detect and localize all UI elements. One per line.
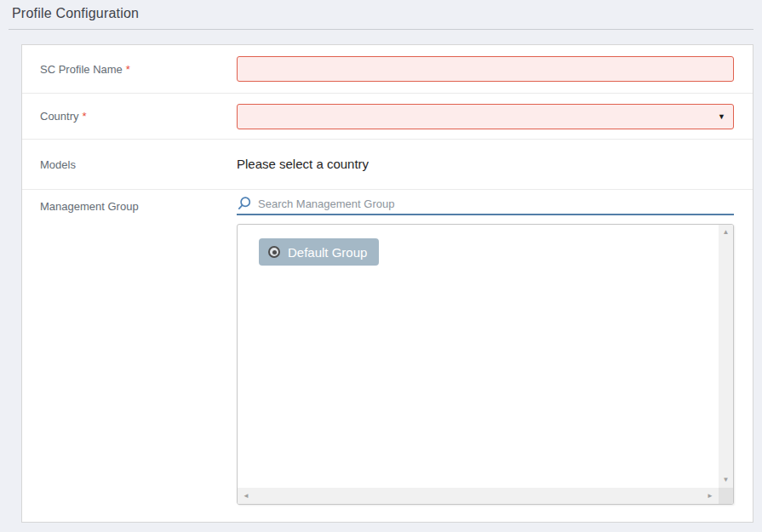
- models-control: Please select a country: [237, 157, 753, 172]
- profile-configuration-panel: SC Profile Name* Country* ▼ Models Pleas…: [21, 44, 753, 523]
- country-label-text: Country: [40, 110, 79, 123]
- management-group-label-text: Management Group: [40, 200, 139, 213]
- scroll-left-icon[interactable]: ◄: [243, 493, 249, 500]
- group-item-label: Default Group: [288, 245, 367, 260]
- country-row: Country* ▼: [22, 94, 753, 140]
- horizontal-scrollbar[interactable]: ◄ ►: [238, 488, 719, 504]
- sc-profile-name-control: [237, 56, 753, 82]
- search-icon: [237, 196, 252, 211]
- sc-profile-name-label-text: SC Profile Name: [40, 63, 123, 76]
- search-input[interactable]: [258, 197, 734, 210]
- sc-profile-name-label: SC Profile Name*: [22, 63, 237, 76]
- management-group-row: Management Group Default Group ▲: [22, 190, 753, 520]
- sc-profile-name-row: SC Profile Name*: [22, 45, 753, 94]
- required-asterisk: *: [83, 110, 87, 123]
- country-label: Country*: [22, 110, 237, 123]
- header-divider: [9, 29, 753, 30]
- models-message: Please select a country: [237, 157, 369, 171]
- page-header: Profile Configuration: [0, 0, 762, 21]
- country-select[interactable]: ▼: [237, 104, 753, 129]
- scroll-up-icon[interactable]: ▲: [723, 229, 730, 236]
- models-label: Models: [22, 158, 237, 171]
- scroll-right-icon[interactable]: ►: [707, 493, 713, 500]
- management-group-label: Management Group: [22, 190, 237, 213]
- management-group-listbox[interactable]: Default Group ▲ ▼ ◄ ►: [237, 224, 734, 505]
- sc-profile-name-input[interactable]: [237, 56, 734, 82]
- radio-selected-icon: [268, 246, 280, 258]
- group-item-default-group[interactable]: Default Group: [259, 238, 379, 266]
- scroll-down-icon[interactable]: ▼: [723, 477, 730, 483]
- management-group-control: Default Group ▲ ▼ ◄ ►: [237, 190, 753, 505]
- models-row: Models Please select a country: [22, 140, 753, 190]
- page-title: Profile Configuration: [12, 6, 762, 21]
- management-group-search: [237, 196, 734, 215]
- country-select-field[interactable]: [237, 104, 734, 129]
- scrollbar-corner: [719, 488, 733, 504]
- required-asterisk: *: [126, 63, 130, 76]
- models-label-text: Models: [40, 158, 76, 171]
- vertical-scrollbar[interactable]: ▲ ▼: [719, 225, 733, 488]
